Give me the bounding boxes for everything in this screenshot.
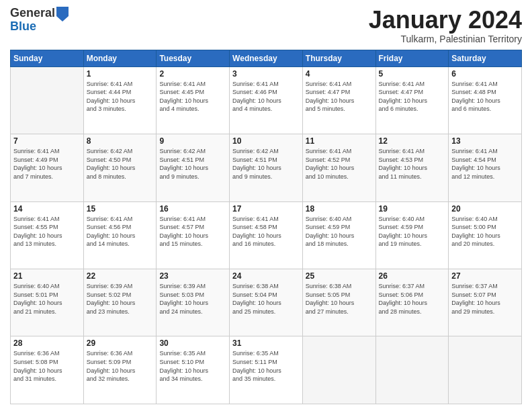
- day-info: Sunrise: 6:41 AM Sunset: 4:45 PM Dayligh…: [159, 80, 226, 113]
- day-info: Sunrise: 6:42 AM Sunset: 4:51 PM Dayligh…: [232, 147, 300, 181]
- calendar-cell: 4Sunrise: 6:41 AM Sunset: 4:47 PM Daylig…: [302, 66, 375, 134]
- day-info: Sunrise: 6:41 AM Sunset: 4:53 PM Dayligh…: [379, 147, 446, 181]
- calendar-cell: 22Sunrise: 6:39 AM Sunset: 5:02 PM Dayli…: [83, 269, 157, 336]
- weekday-header-sunday: Sunday: [11, 50, 84, 66]
- day-info: Sunrise: 6:40 AM Sunset: 4:59 PM Dayligh…: [379, 215, 446, 248]
- day-info: Sunrise: 6:40 AM Sunset: 4:59 PM Dayligh…: [306, 215, 373, 248]
- calendar-cell: 24Sunrise: 6:38 AM Sunset: 5:04 PM Dayli…: [230, 269, 303, 336]
- logo-text: General Blue: [10, 7, 55, 34]
- calendar-week-row: 28Sunrise: 6:36 AM Sunset: 5:08 PM Dayli…: [11, 336, 522, 404]
- day-info: Sunrise: 6:35 AM Sunset: 5:10 PM Dayligh…: [159, 349, 226, 383]
- location: Tulkarm, Palestinian Territory: [369, 34, 522, 44]
- weekday-header-monday: Monday: [83, 50, 157, 66]
- calendar-cell: 15Sunrise: 6:41 AM Sunset: 4:56 PM Dayli…: [83, 201, 157, 269]
- day-number: 25: [306, 271, 373, 281]
- day-number: 10: [232, 136, 300, 146]
- day-info: Sunrise: 6:37 AM Sunset: 5:06 PM Dayligh…: [379, 282, 446, 316]
- day-info: Sunrise: 6:37 AM Sunset: 5:07 PM Dayligh…: [451, 282, 519, 316]
- calendar-cell: 1Sunrise: 6:41 AM Sunset: 4:44 PM Daylig…: [83, 66, 157, 134]
- day-info: Sunrise: 6:39 AM Sunset: 5:02 PM Dayligh…: [87, 282, 154, 316]
- calendar-cell: 14Sunrise: 6:41 AM Sunset: 4:55 PM Dayli…: [11, 201, 84, 269]
- weekday-header-thursday: Thursday: [302, 50, 375, 66]
- calendar-cell: 3Sunrise: 6:41 AM Sunset: 4:46 PM Daylig…: [230, 66, 303, 134]
- day-number: 3: [232, 69, 300, 79]
- day-number: 19: [379, 204, 446, 214]
- day-info: Sunrise: 6:40 AM Sunset: 5:00 PM Dayligh…: [451, 215, 519, 248]
- day-number: 22: [87, 271, 154, 281]
- calendar-cell: 12Sunrise: 6:41 AM Sunset: 4:53 PM Dayli…: [375, 134, 449, 201]
- day-info: Sunrise: 6:41 AM Sunset: 4:47 PM Dayligh…: [306, 80, 373, 113]
- calendar-cell: 29Sunrise: 6:36 AM Sunset: 5:09 PM Dayli…: [83, 336, 157, 404]
- day-number: 31: [232, 338, 300, 348]
- day-number: 21: [13, 271, 81, 281]
- day-info: Sunrise: 6:38 AM Sunset: 5:04 PM Dayligh…: [232, 282, 300, 316]
- calendar-cell: 23Sunrise: 6:39 AM Sunset: 5:03 PM Dayli…: [157, 269, 230, 336]
- calendar-cell: 13Sunrise: 6:41 AM Sunset: 4:54 PM Dayli…: [449, 134, 522, 201]
- day-number: 13: [451, 136, 519, 146]
- day-number: 20: [451, 204, 519, 214]
- day-number: 4: [306, 69, 373, 79]
- day-number: 5: [379, 69, 446, 79]
- day-number: 1: [87, 69, 154, 79]
- calendar-cell: 31Sunrise: 6:35 AM Sunset: 5:11 PM Dayli…: [230, 336, 303, 404]
- day-info: Sunrise: 6:36 AM Sunset: 5:09 PM Dayligh…: [87, 349, 154, 383]
- day-info: Sunrise: 6:41 AM Sunset: 4:47 PM Dayligh…: [379, 80, 446, 113]
- day-info: Sunrise: 6:41 AM Sunset: 4:49 PM Dayligh…: [13, 147, 81, 181]
- day-number: 16: [159, 204, 226, 214]
- calendar-week-row: 7Sunrise: 6:41 AM Sunset: 4:49 PM Daylig…: [11, 134, 522, 201]
- weekday-header-wednesday: Wednesday: [230, 50, 303, 66]
- day-info: Sunrise: 6:38 AM Sunset: 5:05 PM Dayligh…: [306, 282, 373, 316]
- day-number: 8: [87, 136, 154, 146]
- day-number: 18: [306, 204, 373, 214]
- day-number: 9: [159, 136, 226, 146]
- weekday-header-saturday: Saturday: [449, 50, 522, 66]
- calendar-cell: 6Sunrise: 6:41 AM Sunset: 4:48 PM Daylig…: [449, 66, 522, 134]
- calendar-cell: 17Sunrise: 6:41 AM Sunset: 4:58 PM Dayli…: [230, 201, 303, 269]
- weekday-header-tuesday: Tuesday: [157, 50, 230, 66]
- day-number: 2: [159, 69, 226, 79]
- calendar-cell: [11, 66, 84, 134]
- calendar-cell: 11Sunrise: 6:41 AM Sunset: 4:52 PM Dayli…: [302, 134, 375, 201]
- calendar-cell: 9Sunrise: 6:42 AM Sunset: 4:51 PM Daylig…: [157, 134, 230, 201]
- calendar-cell: 5Sunrise: 6:41 AM Sunset: 4:47 PM Daylig…: [375, 66, 449, 134]
- day-info: Sunrise: 6:41 AM Sunset: 4:56 PM Dayligh…: [87, 215, 154, 248]
- day-number: 6: [451, 69, 519, 79]
- day-info: Sunrise: 6:40 AM Sunset: 5:01 PM Dayligh…: [13, 282, 81, 316]
- svg-marker-0: [56, 7, 69, 21]
- calendar-cell: [375, 336, 449, 404]
- calendar-table: SundayMondayTuesdayWednesdayThursdayFrid…: [10, 50, 522, 404]
- page: General Blue January 2024 Tulkarm, Pales…: [0, 0, 532, 411]
- header: General Blue January 2024 Tulkarm, Pales…: [10, 7, 522, 44]
- weekday-header-row: SundayMondayTuesdayWednesdayThursdayFrid…: [11, 50, 522, 66]
- month-title: January 2024: [369, 7, 522, 34]
- calendar-cell: 19Sunrise: 6:40 AM Sunset: 4:59 PM Dayli…: [375, 201, 449, 269]
- day-number: 17: [232, 204, 300, 214]
- day-number: 30: [159, 338, 226, 348]
- day-number: 12: [379, 136, 446, 146]
- day-info: Sunrise: 6:41 AM Sunset: 4:48 PM Dayligh…: [451, 80, 519, 113]
- day-info: Sunrise: 6:36 AM Sunset: 5:08 PM Dayligh…: [13, 349, 81, 383]
- weekday-header-friday: Friday: [375, 50, 449, 66]
- calendar-cell: 27Sunrise: 6:37 AM Sunset: 5:07 PM Dayli…: [449, 269, 522, 336]
- calendar-cell: 8Sunrise: 6:42 AM Sunset: 4:50 PM Daylig…: [83, 134, 157, 201]
- calendar-week-row: 21Sunrise: 6:40 AM Sunset: 5:01 PM Dayli…: [11, 269, 522, 336]
- day-number: 26: [379, 271, 446, 281]
- day-number: 11: [306, 136, 373, 146]
- day-number: 24: [232, 271, 300, 281]
- calendar-cell: 2Sunrise: 6:41 AM Sunset: 4:45 PM Daylig…: [157, 66, 230, 134]
- calendar-cell: 16Sunrise: 6:41 AM Sunset: 4:57 PM Dayli…: [157, 201, 230, 269]
- day-number: 15: [87, 204, 154, 214]
- day-number: 7: [13, 136, 81, 146]
- calendar-cell: 26Sunrise: 6:37 AM Sunset: 5:06 PM Dayli…: [375, 269, 449, 336]
- day-number: 29: [87, 338, 154, 348]
- calendar-cell: 18Sunrise: 6:40 AM Sunset: 4:59 PM Dayli…: [302, 201, 375, 269]
- calendar-cell: [302, 336, 375, 404]
- day-info: Sunrise: 6:41 AM Sunset: 4:44 PM Dayligh…: [87, 80, 154, 113]
- calendar-cell: 28Sunrise: 6:36 AM Sunset: 5:08 PM Dayli…: [11, 336, 84, 404]
- calendar-cell: 20Sunrise: 6:40 AM Sunset: 5:00 PM Dayli…: [449, 201, 522, 269]
- calendar-cell: [449, 336, 522, 404]
- calendar-cell: 10Sunrise: 6:42 AM Sunset: 4:51 PM Dayli…: [230, 134, 303, 201]
- day-info: Sunrise: 6:41 AM Sunset: 4:57 PM Dayligh…: [159, 215, 226, 248]
- calendar-cell: 25Sunrise: 6:38 AM Sunset: 5:05 PM Dayli…: [302, 269, 375, 336]
- calendar-week-row: 1Sunrise: 6:41 AM Sunset: 4:44 PM Daylig…: [11, 66, 522, 134]
